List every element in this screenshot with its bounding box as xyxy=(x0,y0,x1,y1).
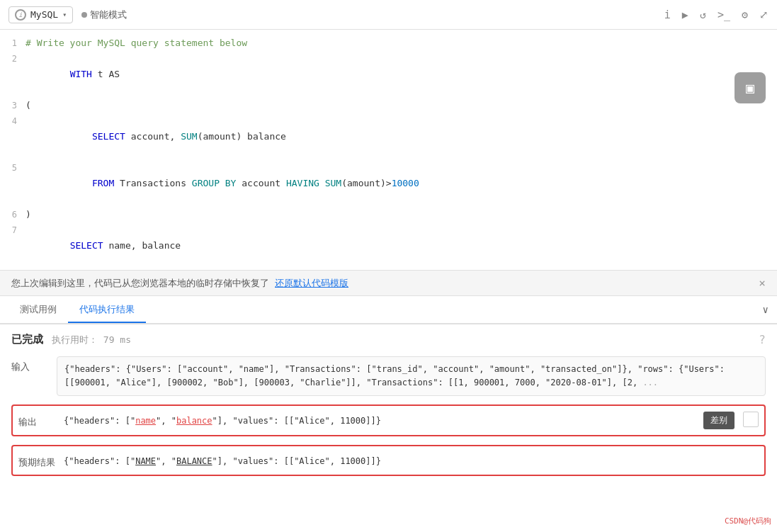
settings-icon[interactable]: ⚙ xyxy=(742,9,748,21)
line-content-5: FROM Transactions GROUP BY account HAVIN… xyxy=(25,160,777,207)
mysql-selector[interactable]: i MySQL ▾ xyxy=(8,6,73,23)
code-editor[interactable]: 1 # Write your MySQL query statement bel… xyxy=(0,30,777,271)
mode-dot-icon xyxy=(81,12,87,18)
output-middle: ", " xyxy=(156,416,176,426)
code-line-6: 6 ) xyxy=(0,207,777,222)
exec-time-label: 执行用时： 79 ms xyxy=(52,334,131,346)
results-section: 已完成 执行用时： 79 ms ? 输入 {"headers": {"Users… xyxy=(0,324,777,528)
toolbar-icons: i ▶ ↺ >_ ⚙ ⤢ xyxy=(664,9,769,21)
expand-icon[interactable]: ⤢ xyxy=(759,9,769,21)
code-line-4: 4 SELECT account, SUM(amount) balance xyxy=(0,113,777,160)
tabs-bar: 测试用例 代码执行结果 ∨ xyxy=(0,296,777,324)
input-label: 输入 xyxy=(11,356,48,373)
refresh-icon[interactable]: ↺ xyxy=(700,9,706,21)
notif-restore-link[interactable]: 还原默认代码模版 xyxy=(275,277,348,290)
line-content-7: SELECT name, balance xyxy=(25,222,777,269)
line-content-8: FROM t JOIN Users USING(account) xyxy=(25,269,777,271)
output-prefix: {"headers": [" xyxy=(64,416,135,426)
diff-white-box xyxy=(743,412,759,427)
code-line-8: 8 FROM t JOIN Users USING(account) xyxy=(0,269,777,271)
toolbar: i MySQL ▾ 智能模式 i ▶ ↺ >_ ⚙ ⤢ xyxy=(0,0,777,30)
code-lines: 1 # Write your MySQL query statement bel… xyxy=(0,30,777,271)
status-row: 已完成 执行用时： 79 ms ? xyxy=(11,333,766,346)
line-content-4: SELECT account, SUM(amount) balance xyxy=(25,113,777,160)
line-content-1: # Write your MySQL query statement below xyxy=(25,35,777,51)
line-num-3: 3 xyxy=(0,98,25,113)
float-button-icon: ▣ xyxy=(746,79,754,96)
mysql-label: MySQL xyxy=(30,9,58,20)
line-num-2: 2 xyxy=(0,51,25,67)
mysql-chevron-icon: ▾ xyxy=(62,11,67,18)
result-info-icon[interactable]: ? xyxy=(759,333,766,346)
expected-suffix: "], "values": [["Alice", 11000]]} xyxy=(212,456,381,466)
code-line-3: 3 ( xyxy=(0,98,777,113)
info-icon[interactable]: i xyxy=(664,9,671,21)
output-suffix: "], "values": [["Alice", 11000]]} xyxy=(212,416,381,426)
watermark: CSDN@代码狗 xyxy=(725,516,771,526)
exec-time-label-text: 执行用时： xyxy=(52,334,98,345)
input-value: {"headers": {"Users": ["account", "name"… xyxy=(64,364,725,387)
tab-exec-results[interactable]: 代码执行结果 xyxy=(68,298,146,323)
diff-button[interactable]: 差别 xyxy=(703,412,735,429)
code-line-7: 7 SELECT name, balance xyxy=(0,222,777,269)
notif-text: 您上次编辑到这里，代码已从您浏览器本地的临时存储中恢复了 xyxy=(11,277,269,290)
run-icon[interactable]: ▶ xyxy=(682,9,688,21)
float-button[interactable]: ▣ xyxy=(735,72,766,103)
expected-label: 预期结果 xyxy=(18,452,55,469)
expected-name-highlight: NAME xyxy=(135,456,156,466)
tabs-chevron-icon[interactable]: ∨ xyxy=(763,304,769,315)
input-content: {"headers": {"Users": ["account", "name"… xyxy=(57,356,766,396)
code-line-2: 2 WITH t AS xyxy=(0,51,777,98)
input-truncated: ... xyxy=(642,378,658,387)
line-content-3: ( xyxy=(25,98,777,113)
notification-bar: 您上次编辑到这里，代码已从您浏览器本地的临时存储中恢复了 还原默认代码模版 × xyxy=(0,271,777,296)
output-row: 输出 {"headers": ["name", "balance"], "val… xyxy=(11,404,766,436)
exec-time-value: 79 ms xyxy=(103,334,131,345)
results-area: 已完成 执行用时： 79 ms ? 输入 {"headers": {"Users… xyxy=(0,324,777,528)
expected-middle: ", " xyxy=(156,456,176,466)
input-row: 输入 {"headers": {"Users": ["account", "na… xyxy=(11,356,766,396)
output-balance-highlight: balance xyxy=(176,416,212,426)
line-num-1: 1 xyxy=(0,35,25,51)
notif-close-button[interactable]: × xyxy=(759,276,766,290)
output-content: {"headers": ["name", "balance"], "values… xyxy=(64,412,695,428)
expected-balance-highlight: BALANCE xyxy=(176,456,212,466)
line-num-7: 7 xyxy=(0,222,25,238)
mysql-icon: i xyxy=(15,9,26,21)
line-content-6: ) xyxy=(25,207,777,222)
line-num-5: 5 xyxy=(0,160,25,176)
mode-badge: 智能模式 xyxy=(81,9,127,21)
line-num-6: 6 xyxy=(0,207,25,222)
status-done: 已完成 xyxy=(11,333,43,346)
expected-row: 预期结果 {"headers": ["NAME", "BALANCE"], "v… xyxy=(11,445,766,476)
expected-content: {"headers": ["NAME", "BALANCE"], "values… xyxy=(64,452,759,468)
line-num-4: 4 xyxy=(0,113,25,129)
code-line-1: 1 # Write your MySQL query statement bel… xyxy=(0,35,777,51)
code-line-5: 5 FROM Transactions GROUP BY account HAV… xyxy=(0,160,777,207)
expected-prefix: {"headers": [" xyxy=(64,456,135,466)
line-content-2: WITH t AS xyxy=(25,51,777,98)
mode-label: 智能模式 xyxy=(90,9,127,21)
tab-test-cases[interactable]: 测试用例 xyxy=(8,298,68,323)
output-label: 输出 xyxy=(18,412,55,429)
line-num-8: 8 xyxy=(0,269,25,271)
output-name-highlight: name xyxy=(135,416,156,426)
terminal-icon[interactable]: >_ xyxy=(718,9,730,21)
